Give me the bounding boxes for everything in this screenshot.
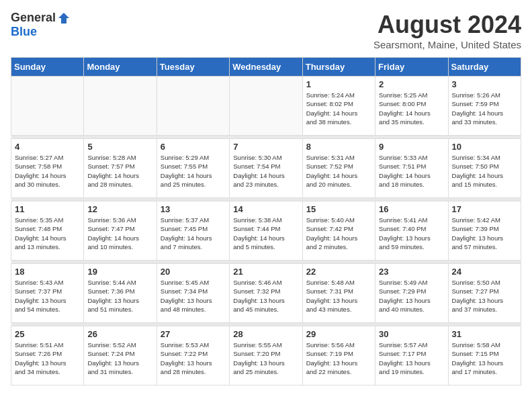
calendar-day-cell: 24Sunrise: 5:50 AM Sunset: 7:27 PM Dayli… bbox=[448, 264, 521, 323]
logo-icon bbox=[57, 11, 71, 25]
day-info: Sunrise: 5:38 AM Sunset: 7:44 PM Dayligh… bbox=[233, 216, 298, 251]
svg-marker-0 bbox=[58, 13, 69, 24]
calendar-day-header: Friday bbox=[375, 58, 448, 77]
day-info: Sunrise: 5:56 AM Sunset: 7:19 PM Dayligh… bbox=[306, 340, 371, 376]
calendar-day-cell: 18Sunrise: 5:43 AM Sunset: 7:37 PM Dayli… bbox=[11, 264, 84, 323]
day-number: 21 bbox=[233, 267, 298, 277]
calendar-day-cell: 28Sunrise: 5:55 AM Sunset: 7:20 PM Dayli… bbox=[230, 326, 302, 385]
day-number: 17 bbox=[452, 204, 517, 214]
calendar-day-header: Tuesday bbox=[157, 58, 229, 77]
day-info: Sunrise: 5:27 AM Sunset: 7:58 PM Dayligh… bbox=[15, 153, 80, 189]
calendar-day-cell: 2Sunrise: 5:25 AM Sunset: 8:00 PM Daylig… bbox=[375, 77, 448, 136]
calendar-day-cell: 21Sunrise: 5:46 AM Sunset: 7:32 PM Dayli… bbox=[230, 264, 302, 323]
calendar-day-cell: 31Sunrise: 5:58 AM Sunset: 7:15 PM Dayli… bbox=[448, 326, 521, 385]
month-year-title: August 2024 bbox=[373, 11, 521, 39]
day-info: Sunrise: 5:25 AM Sunset: 8:00 PM Dayligh… bbox=[379, 91, 444, 126]
calendar-day-header: Saturday bbox=[448, 58, 521, 77]
calendar-day-cell: 5Sunrise: 5:28 AM Sunset: 7:57 PM Daylig… bbox=[84, 139, 157, 198]
day-info: Sunrise: 5:50 AM Sunset: 7:27 PM Dayligh… bbox=[452, 278, 517, 314]
logo: General Blue bbox=[11, 11, 71, 39]
day-number: 4 bbox=[15, 142, 80, 152]
day-info: Sunrise: 5:29 AM Sunset: 7:55 PM Dayligh… bbox=[161, 153, 226, 189]
calendar-day-header: Sunday bbox=[11, 58, 84, 77]
day-info: Sunrise: 5:43 AM Sunset: 7:37 PM Dayligh… bbox=[15, 278, 80, 314]
day-number: 7 bbox=[233, 142, 298, 152]
day-number: 8 bbox=[306, 142, 371, 152]
calendar-day-cell bbox=[230, 77, 302, 136]
day-number: 18 bbox=[15, 267, 80, 277]
logo-blue-text: Blue bbox=[11, 25, 37, 39]
calendar-day-cell: 22Sunrise: 5:48 AM Sunset: 7:31 PM Dayli… bbox=[302, 264, 375, 323]
day-info: Sunrise: 5:49 AM Sunset: 7:29 PM Dayligh… bbox=[379, 278, 444, 314]
calendar-day-header: Monday bbox=[84, 58, 157, 77]
day-info: Sunrise: 5:28 AM Sunset: 7:57 PM Dayligh… bbox=[87, 153, 152, 189]
day-number: 6 bbox=[161, 142, 226, 152]
day-number: 5 bbox=[87, 142, 152, 152]
calendar-day-cell: 15Sunrise: 5:40 AM Sunset: 7:42 PM Dayli… bbox=[302, 201, 375, 261]
day-number: 15 bbox=[306, 204, 371, 214]
calendar-day-cell: 23Sunrise: 5:49 AM Sunset: 7:29 PM Dayli… bbox=[375, 264, 448, 323]
day-info: Sunrise: 5:35 AM Sunset: 7:48 PM Dayligh… bbox=[15, 216, 80, 251]
calendar-day-cell: 16Sunrise: 5:41 AM Sunset: 7:40 PM Dayli… bbox=[375, 201, 448, 261]
day-number: 28 bbox=[233, 329, 298, 339]
day-info: Sunrise: 5:37 AM Sunset: 7:45 PM Dayligh… bbox=[161, 216, 226, 251]
calendar-day-cell: 7Sunrise: 5:30 AM Sunset: 7:54 PM Daylig… bbox=[230, 139, 302, 198]
calendar-day-cell bbox=[11, 77, 84, 136]
day-info: Sunrise: 5:34 AM Sunset: 7:50 PM Dayligh… bbox=[452, 153, 517, 189]
calendar-week-row: 1Sunrise: 5:24 AM Sunset: 8:02 PM Daylig… bbox=[11, 77, 521, 136]
calendar-week-row: 4Sunrise: 5:27 AM Sunset: 7:58 PM Daylig… bbox=[11, 139, 521, 198]
day-number: 29 bbox=[306, 329, 371, 339]
day-info: Sunrise: 5:36 AM Sunset: 7:47 PM Dayligh… bbox=[87, 216, 152, 251]
day-number: 25 bbox=[15, 329, 80, 339]
day-info: Sunrise: 5:26 AM Sunset: 7:59 PM Dayligh… bbox=[452, 91, 517, 126]
day-number: 10 bbox=[452, 142, 517, 152]
calendar-week-row: 11Sunrise: 5:35 AM Sunset: 7:48 PM Dayli… bbox=[11, 201, 521, 261]
day-number: 13 bbox=[161, 204, 226, 214]
day-number: 27 bbox=[161, 329, 226, 339]
page-header: General Blue August 2024 Searsmont, Main… bbox=[11, 11, 521, 50]
calendar-day-cell: 3Sunrise: 5:26 AM Sunset: 7:59 PM Daylig… bbox=[448, 77, 521, 136]
day-info: Sunrise: 5:51 AM Sunset: 7:26 PM Dayligh… bbox=[15, 340, 80, 376]
day-number: 14 bbox=[233, 204, 298, 214]
calendar-day-cell: 27Sunrise: 5:53 AM Sunset: 7:22 PM Dayli… bbox=[157, 326, 229, 385]
day-info: Sunrise: 5:55 AM Sunset: 7:20 PM Dayligh… bbox=[233, 340, 298, 376]
day-info: Sunrise: 5:41 AM Sunset: 7:40 PM Dayligh… bbox=[379, 216, 444, 251]
calendar-day-cell: 12Sunrise: 5:36 AM Sunset: 7:47 PM Dayli… bbox=[84, 201, 157, 261]
calendar-day-cell: 25Sunrise: 5:51 AM Sunset: 7:26 PM Dayli… bbox=[11, 326, 84, 385]
calendar-day-cell: 1Sunrise: 5:24 AM Sunset: 8:02 PM Daylig… bbox=[302, 77, 375, 136]
day-info: Sunrise: 5:45 AM Sunset: 7:34 PM Dayligh… bbox=[161, 278, 226, 314]
day-info: Sunrise: 5:30 AM Sunset: 7:54 PM Dayligh… bbox=[233, 153, 298, 189]
day-number: 24 bbox=[452, 267, 517, 277]
location-text: Searsmont, Maine, United States bbox=[373, 39, 521, 50]
day-number: 11 bbox=[15, 204, 80, 214]
day-info: Sunrise: 5:40 AM Sunset: 7:42 PM Dayligh… bbox=[306, 216, 371, 251]
calendar-day-cell: 8Sunrise: 5:31 AM Sunset: 7:52 PM Daylig… bbox=[302, 139, 375, 198]
calendar-day-header: Wednesday bbox=[230, 58, 302, 77]
calendar-week-row: 18Sunrise: 5:43 AM Sunset: 7:37 PM Dayli… bbox=[11, 264, 521, 323]
day-number: 2 bbox=[379, 79, 444, 89]
day-number: 3 bbox=[452, 79, 517, 89]
calendar-day-cell: 4Sunrise: 5:27 AM Sunset: 7:58 PM Daylig… bbox=[11, 139, 84, 198]
calendar-day-cell: 26Sunrise: 5:52 AM Sunset: 7:24 PM Dayli… bbox=[84, 326, 157, 385]
calendar-day-cell: 13Sunrise: 5:37 AM Sunset: 7:45 PM Dayli… bbox=[157, 201, 229, 261]
day-info: Sunrise: 5:31 AM Sunset: 7:52 PM Dayligh… bbox=[306, 153, 371, 189]
calendar-day-header: Thursday bbox=[302, 58, 375, 77]
day-number: 9 bbox=[379, 142, 444, 152]
calendar-day-cell: 30Sunrise: 5:57 AM Sunset: 7:17 PM Dayli… bbox=[375, 326, 448, 385]
logo-general-text: General bbox=[11, 11, 56, 25]
day-number: 19 bbox=[87, 267, 152, 277]
day-info: Sunrise: 5:24 AM Sunset: 8:02 PM Dayligh… bbox=[306, 91, 371, 126]
calendar-week-row: 25Sunrise: 5:51 AM Sunset: 7:26 PM Dayli… bbox=[11, 326, 521, 385]
day-number: 16 bbox=[379, 204, 444, 214]
day-number: 26 bbox=[87, 329, 152, 339]
day-info: Sunrise: 5:52 AM Sunset: 7:24 PM Dayligh… bbox=[87, 340, 152, 376]
calendar-day-cell bbox=[157, 77, 229, 136]
day-info: Sunrise: 5:33 AM Sunset: 7:51 PM Dayligh… bbox=[379, 153, 444, 189]
calendar-table: SundayMondayTuesdayWednesdayThursdayFrid… bbox=[11, 57, 521, 385]
calendar-day-cell bbox=[84, 77, 157, 136]
day-info: Sunrise: 5:44 AM Sunset: 7:36 PM Dayligh… bbox=[87, 278, 152, 314]
calendar-day-cell: 17Sunrise: 5:42 AM Sunset: 7:39 PM Dayli… bbox=[448, 201, 521, 261]
day-info: Sunrise: 5:57 AM Sunset: 7:17 PM Dayligh… bbox=[379, 340, 444, 376]
calendar-header-row: SundayMondayTuesdayWednesdayThursdayFrid… bbox=[11, 58, 521, 77]
day-info: Sunrise: 5:48 AM Sunset: 7:31 PM Dayligh… bbox=[306, 278, 371, 314]
